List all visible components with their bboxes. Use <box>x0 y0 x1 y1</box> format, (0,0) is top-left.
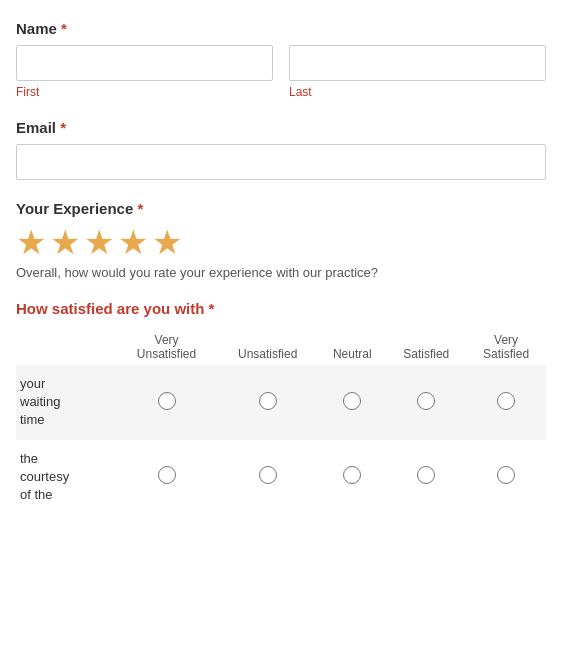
email-label: Email * <box>16 119 546 136</box>
col-header-very-satisfied: Very Satisfied <box>466 329 546 365</box>
radio-waiting-very-satisfied-cell <box>466 365 546 440</box>
radio-waiting-satisfied[interactable] <box>417 392 435 410</box>
star-4[interactable]: ★ <box>118 225 148 259</box>
row-label-waiting: yourwaitingtime <box>16 365 116 440</box>
last-name-input[interactable] <box>289 45 546 81</box>
last-name-col: Last <box>289 45 546 99</box>
col-header-unsatisfied: Unsatisfied <box>217 329 318 365</box>
radio-courtesy-satisfied-cell <box>386 440 466 515</box>
stars-row: ★ ★ ★ ★ ★ <box>16 225 546 259</box>
radio-courtesy-neutral-cell <box>318 440 386 515</box>
experience-note: Overall, how would you rate your experie… <box>16 265 546 280</box>
radio-courtesy-unsatisfied[interactable] <box>259 466 277 484</box>
radio-waiting-very-unsatisfied-cell <box>116 365 217 440</box>
experience-label-text: Your Experience <box>16 200 133 217</box>
radio-waiting-unsatisfied-cell <box>217 365 318 440</box>
col-header-satisfied: Satisfied <box>386 329 466 365</box>
radio-courtesy-very-unsatisfied[interactable] <box>158 466 176 484</box>
col-header-empty <box>16 329 116 365</box>
name-label: Name * <box>16 20 546 37</box>
col-header-neutral: Neutral <box>318 329 386 365</box>
star-2[interactable]: ★ <box>50 225 80 259</box>
radio-waiting-very-unsatisfied[interactable] <box>158 392 176 410</box>
radio-waiting-neutral-cell <box>318 365 386 440</box>
col-header-very-unsatisfied: Very Unsatisfied <box>116 329 217 365</box>
satisfaction-required-marker: * <box>209 300 215 317</box>
satisfaction-section: How satisfied are you with * Very Unsati… <box>16 300 546 514</box>
radio-courtesy-neutral[interactable] <box>343 466 361 484</box>
row-courtesy: thecourtesyof the <box>16 440 546 515</box>
row-label-courtesy: thecourtesyof the <box>16 440 116 515</box>
email-section: Email * <box>16 119 546 180</box>
radio-waiting-unsatisfied[interactable] <box>259 392 277 410</box>
last-sublabel: Last <box>289 85 546 99</box>
first-name-input[interactable] <box>16 45 273 81</box>
name-section: Name * First Last <box>16 20 546 99</box>
name-required-marker: * <box>61 20 67 37</box>
experience-required-marker: * <box>137 200 143 217</box>
satisfaction-label-text: How satisfied are you with <box>16 300 204 317</box>
name-fields-row: First Last <box>16 45 546 99</box>
radio-waiting-very-satisfied[interactable] <box>497 392 515 410</box>
star-5[interactable]: ★ <box>152 225 182 259</box>
radio-waiting-neutral[interactable] <box>343 392 361 410</box>
star-1[interactable]: ★ <box>16 225 46 259</box>
name-label-text: Name <box>16 20 57 37</box>
satisfaction-table: Very Unsatisfied Unsatisfied Neutral <box>16 329 546 514</box>
experience-label: Your Experience * <box>16 200 546 217</box>
row-waiting-time: yourwaitingtime <box>16 365 546 440</box>
first-sublabel: First <box>16 85 273 99</box>
star-3[interactable]: ★ <box>84 225 114 259</box>
satisfaction-header-row: Very Unsatisfied Unsatisfied Neutral <box>16 329 546 365</box>
radio-courtesy-satisfied[interactable] <box>417 466 435 484</box>
satisfaction-header: How satisfied are you with * <box>16 300 546 317</box>
experience-section: Your Experience * ★ ★ ★ ★ ★ Overall, how… <box>16 200 546 280</box>
radio-waiting-satisfied-cell <box>386 365 466 440</box>
radio-courtesy-very-unsatisfied-cell <box>116 440 217 515</box>
email-required-marker: * <box>60 119 66 136</box>
email-label-text: Email <box>16 119 56 136</box>
radio-courtesy-very-satisfied-cell <box>466 440 546 515</box>
first-name-col: First <box>16 45 273 99</box>
radio-courtesy-very-satisfied[interactable] <box>497 466 515 484</box>
email-input[interactable] <box>16 144 546 180</box>
radio-courtesy-unsatisfied-cell <box>217 440 318 515</box>
